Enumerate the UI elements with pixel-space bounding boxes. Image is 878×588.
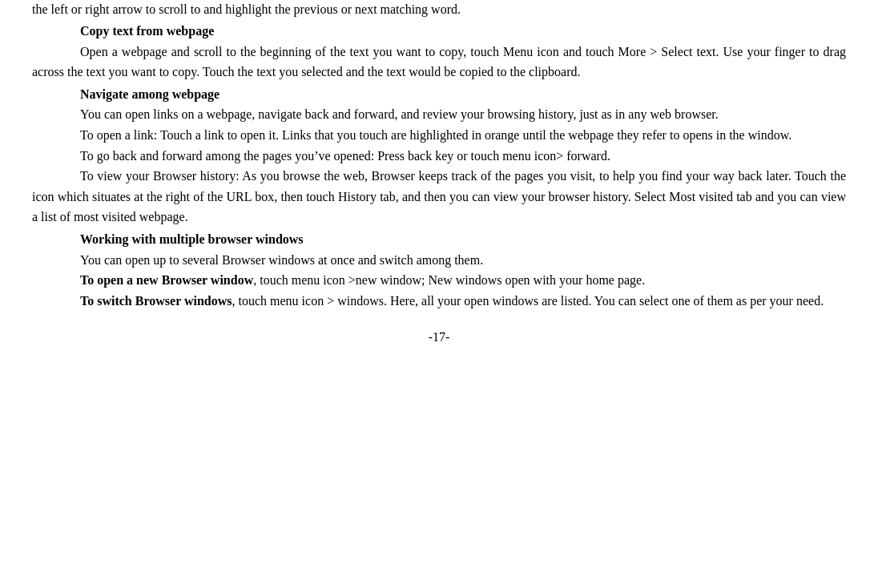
page-number: -17- xyxy=(32,327,846,348)
heading-navigate: Navigate among webpage xyxy=(32,84,846,105)
copy-text-heading: Copy text from webpage xyxy=(80,21,846,42)
navigate-heading: Navigate among webpage xyxy=(80,84,846,105)
navigate-para-2: To open a link: Touch a link to open it.… xyxy=(32,125,846,146)
multiple-windows-para-1: You can open up to several Browser windo… xyxy=(32,250,846,271)
navigate-para-3: To go back and forward among the pages y… xyxy=(32,146,846,167)
navigate-para-4: To view your Browser history: As you bro… xyxy=(32,166,846,228)
top-line: the left or right arrow to scroll to and… xyxy=(32,0,846,19)
heading-multiple-windows: Working with multiple browser windows xyxy=(32,229,846,250)
switch-browser-windows-bold: To switch Browser windows xyxy=(80,294,232,308)
switch-browser-windows-para: To switch Browser windows, touch menu ic… xyxy=(32,291,846,312)
page-content: the left or right arrow to scroll to and… xyxy=(32,0,846,348)
multiple-windows-heading: Working with multiple browser windows xyxy=(80,229,846,250)
new-browser-window-bold: To open a new Browser window xyxy=(80,273,253,287)
navigate-para-1: You can open links on a webpage, navigat… xyxy=(32,104,846,125)
copy-text-para: Open a webpage and scroll to the beginni… xyxy=(32,42,846,83)
new-browser-window-para: To open a new Browser window, touch menu… xyxy=(32,270,846,291)
heading-copy-text: Copy text from webpage xyxy=(32,21,846,42)
